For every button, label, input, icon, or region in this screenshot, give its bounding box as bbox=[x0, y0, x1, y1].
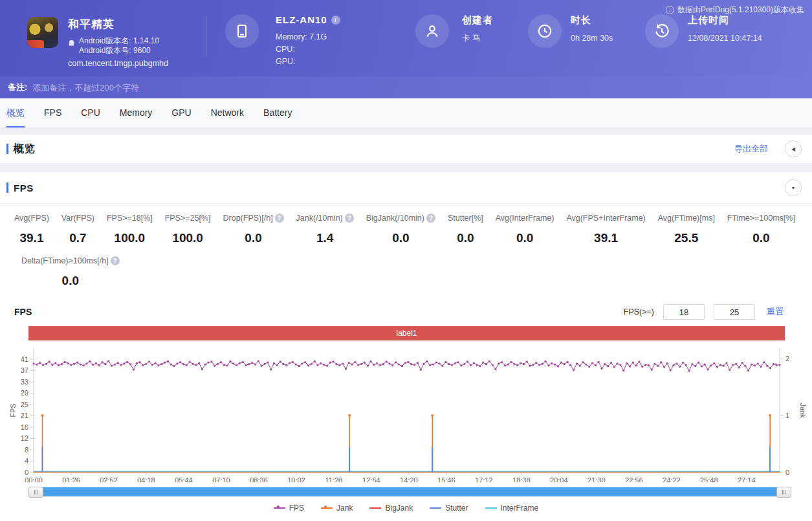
legend-marker-icon bbox=[321, 505, 333, 511]
svg-text:12: 12 bbox=[21, 434, 28, 442]
fps-threshold-low-input[interactable] bbox=[663, 304, 705, 320]
svg-text:25: 25 bbox=[21, 401, 28, 408]
duration-block: 时长 0h 28m 30s bbox=[528, 14, 613, 48]
svg-text:11:28: 11:28 bbox=[325, 476, 343, 482]
x-axis-ticks: 00:0001:2602:5204:1805:4407:1008:3610:02… bbox=[25, 472, 755, 482]
tab-battery[interactable]: Battery bbox=[263, 98, 292, 127]
metric-label: FPS>=25[%] bbox=[165, 214, 211, 223]
collapse-left-icon: ◀ bbox=[791, 146, 795, 152]
svg-text:08:36: 08:36 bbox=[250, 476, 268, 482]
svg-text:10:02: 10:02 bbox=[287, 476, 305, 482]
svg-text:25:48: 25:48 bbox=[700, 476, 718, 482]
app-title: 和平精英 bbox=[68, 17, 168, 32]
export-all-link[interactable]: 导出全部 bbox=[734, 143, 768, 155]
metric-label: Jank(/10min)? bbox=[296, 214, 354, 223]
metric-label: FPS>=18[%] bbox=[107, 214, 153, 223]
legend-item-jank[interactable]: Jank bbox=[321, 504, 353, 513]
fps-panel-title: FPS bbox=[14, 183, 34, 194]
tab-cpu[interactable]: CPU bbox=[81, 98, 100, 127]
remark-input[interactable] bbox=[32, 83, 356, 93]
chart-label-text: label1 bbox=[396, 329, 417, 338]
metric-value: 0.0 bbox=[21, 274, 120, 288]
scrollbar-right-handle[interactable] bbox=[776, 487, 791, 498]
scrollbar-left-handle[interactable] bbox=[28, 487, 43, 498]
tab-fps[interactable]: FPS bbox=[44, 98, 61, 127]
help-icon[interactable]: ? bbox=[275, 214, 284, 223]
app-package: com.tencent.tmgp.pubgmhd bbox=[68, 59, 168, 68]
svg-text:0: 0 bbox=[785, 469, 789, 476]
metric-value: 0.0 bbox=[727, 231, 795, 245]
metric-value: 100.0 bbox=[165, 231, 211, 245]
report-header: i 数据由PerfDog(5.1.210300)版本收集 和平精英 Androi… bbox=[0, 0, 812, 76]
legend-marker-icon bbox=[274, 505, 285, 511]
metric: Avg(FTime)[ms] 25.5 bbox=[658, 214, 715, 245]
metric-value: 25.5 bbox=[658, 231, 715, 245]
history-clock-icon bbox=[645, 14, 679, 48]
tab-memory[interactable]: Memory bbox=[120, 98, 153, 127]
legend-item-bigjank[interactable]: BigJank bbox=[369, 504, 413, 513]
fps-series bbox=[32, 360, 780, 371]
chart-label-banner: label1 bbox=[28, 326, 785, 340]
metric-label: Var(FPS) bbox=[61, 214, 94, 223]
chart-scrollbar[interactable] bbox=[28, 486, 791, 498]
scrollbar-track[interactable] bbox=[34, 487, 786, 496]
fps-chart-title: FPS bbox=[14, 307, 32, 317]
svg-text:07:10: 07:10 bbox=[212, 476, 230, 482]
legend-marker-icon bbox=[430, 505, 441, 511]
app-icon bbox=[27, 17, 58, 48]
svg-text:27:14: 27:14 bbox=[738, 476, 756, 482]
svg-text:37: 37 bbox=[21, 366, 28, 374]
metric: Stutter[%] 0.0 bbox=[448, 214, 483, 245]
svg-text:01:26: 01:26 bbox=[62, 476, 80, 482]
metric: BigJank(/10min)? 0.0 bbox=[366, 214, 435, 245]
tab-gpu[interactable]: GPU bbox=[171, 98, 191, 127]
clock-icon bbox=[528, 14, 562, 48]
help-icon[interactable]: ? bbox=[111, 256, 120, 265]
stutter-series bbox=[42, 447, 770, 472]
metric-label: Delta(FTime)>100ms[/h]? bbox=[21, 256, 120, 265]
collapse-down-icon: ▼ bbox=[791, 186, 796, 190]
legend-label: InterFrame bbox=[501, 504, 539, 513]
svg-text:24:22: 24:22 bbox=[663, 476, 681, 482]
legend-item-interframe[interactable]: InterFrame bbox=[485, 504, 539, 513]
device-info-icon[interactable]: i bbox=[331, 16, 340, 25]
metric: Delta(FTime)>100ms[/h]? 0.0 bbox=[21, 256, 120, 288]
fps-metrics-row-1: Avg(FPS) 39.1 Var(FPS) 0.7 FPS>=18[%] 10… bbox=[0, 214, 812, 245]
fps-chart-header: FPS FPS(>=) 重置 bbox=[0, 304, 812, 320]
overview-accent-bar bbox=[6, 144, 8, 154]
svg-text:2: 2 bbox=[785, 355, 789, 362]
metric-value: 0.0 bbox=[448, 231, 483, 245]
svg-text:16: 16 bbox=[21, 423, 28, 431]
help-icon[interactable]: ? bbox=[426, 214, 435, 223]
info-icon: i bbox=[666, 6, 674, 14]
metric-label: Avg(FPS+InterFrame) bbox=[566, 214, 645, 223]
collapse-down-button[interactable]: ▼ bbox=[785, 179, 802, 196]
reset-link[interactable]: 重置 bbox=[767, 306, 784, 318]
svg-text:04:18: 04:18 bbox=[137, 476, 155, 482]
legend-item-stutter[interactable]: Stutter bbox=[430, 504, 468, 513]
metric-value: 39.1 bbox=[14, 231, 49, 245]
metric: FPS>=18[%] 100.0 bbox=[107, 214, 153, 245]
metric: Avg(FPS) 39.1 bbox=[14, 214, 49, 245]
android-icon bbox=[68, 39, 75, 47]
fps-panel-header: FPS ▼ bbox=[0, 172, 812, 203]
svg-text:02:52: 02:52 bbox=[100, 476, 118, 482]
panel-divider bbox=[0, 203, 812, 204]
overview-title: 概览 bbox=[14, 142, 35, 156]
legend-marker-icon bbox=[369, 505, 381, 511]
creator-value: 卡 马 bbox=[462, 32, 493, 45]
duration-value: 0h 28m 30s bbox=[571, 32, 613, 45]
device-memory: Memory: 7.1G bbox=[276, 31, 340, 43]
fps-threshold-high-input[interactable] bbox=[714, 304, 755, 320]
tab-概览[interactable]: 概览 bbox=[6, 98, 25, 127]
jank-series bbox=[41, 414, 771, 472]
device-model: ELZ-AN10 bbox=[276, 14, 327, 25]
metric-label: Stutter[%] bbox=[448, 214, 483, 223]
metric-value: 0.0 bbox=[223, 231, 284, 245]
fps-chart-svg: 048121621252933374101200:0001:2602:5204:… bbox=[6, 343, 806, 482]
metric-value: 39.1 bbox=[566, 231, 645, 245]
help-icon[interactable]: ? bbox=[345, 214, 354, 223]
legend-item-fps[interactable]: FPS bbox=[274, 504, 304, 513]
tab-network[interactable]: Network bbox=[211, 98, 244, 127]
collapse-left-button[interactable]: ◀ bbox=[785, 140, 802, 157]
